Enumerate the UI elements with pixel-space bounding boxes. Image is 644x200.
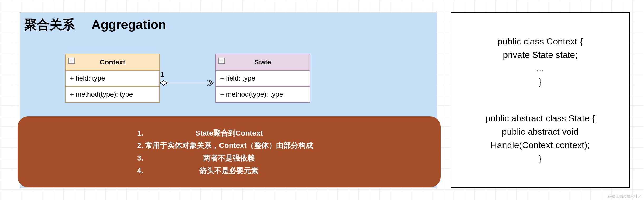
collapse-icon[interactable]: − xyxy=(68,58,75,64)
title-chinese: 聚合关系 xyxy=(24,16,75,33)
note-item: 两者不是强依赖 xyxy=(145,152,313,164)
uml-class-state[interactable]: − State + field: type + method(type): ty… xyxy=(215,54,310,103)
title-english: Aggregation xyxy=(91,17,166,32)
notes-panel: State聚合到Context 常用于实体对象关系，Context（整体）由部分… xyxy=(18,116,441,187)
diagram-panel: 聚合关系 Aggregation − Context + field: type… xyxy=(20,12,437,188)
uml-header-state: − State xyxy=(216,54,310,71)
watermark: @稀土掘金技术社区 xyxy=(608,194,641,199)
note-item: 常用于实体对象关系，Context（整体）由部分构成 xyxy=(145,139,313,152)
multiplicity-label: 1 xyxy=(160,71,164,78)
aggregation-connector xyxy=(160,79,216,87)
note-item: State聚合到Context xyxy=(145,127,313,139)
diamond-icon xyxy=(160,81,167,85)
collapse-icon[interactable]: − xyxy=(218,58,225,64)
class-name-state: State xyxy=(254,58,271,66)
method-row-context: + method(type): type xyxy=(66,87,159,102)
field-row-context: + field: type xyxy=(66,71,159,87)
note-item: 箭头不是必要元素 xyxy=(145,164,313,177)
uml-class-context[interactable]: − Context + field: type + method(type): … xyxy=(65,54,160,103)
field-row-state: + field: type xyxy=(216,71,310,87)
code-block-state: public abstract class State { public abs… xyxy=(485,112,595,165)
class-name-context: Context xyxy=(100,58,125,66)
code-block-context: public class Context { private State sta… xyxy=(497,35,583,88)
code-panel: public class Context { private State sta… xyxy=(451,12,630,188)
uml-header-context: − Context xyxy=(66,54,159,71)
panel-title: 聚合关系 Aggregation xyxy=(24,16,166,33)
method-row-state: + method(type): type xyxy=(216,87,310,102)
